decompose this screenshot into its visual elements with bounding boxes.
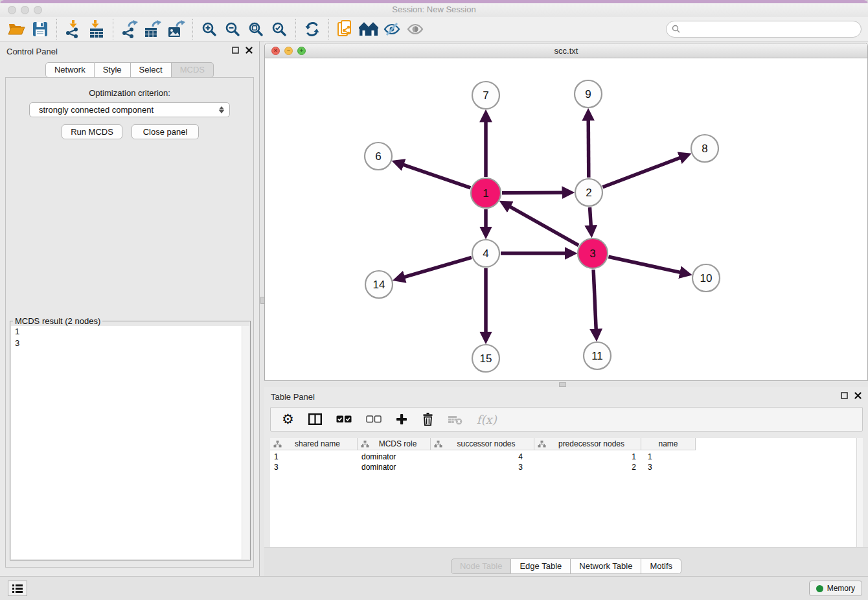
float-panel-icon[interactable] [232, 47, 239, 54]
toolbar-separator [56, 19, 57, 40]
zoom-in-icon[interactable] [198, 19, 221, 40]
add-column-icon[interactable] [396, 413, 407, 425]
tab-edge-table[interactable]: Edge Table [511, 559, 571, 574]
close-panel-icon[interactable] [246, 47, 253, 54]
graph-edge-2-9[interactable] [588, 117, 589, 178]
list-icon [12, 584, 23, 594]
app-window: Session: New Session [0, 0, 868, 600]
column-header-predecessor-nodes[interactable]: predecessor nodes [534, 438, 641, 450]
window-accent-strip [0, 0, 868, 3]
zoom-selected-icon[interactable] [268, 19, 291, 40]
control-panel-tabs: Network Style Select MCDS [0, 62, 259, 78]
table-toolbar: ⚙ f(x) [270, 407, 863, 432]
table-settings-icon[interactable]: ⚙ [282, 413, 294, 426]
tree-icon [273, 441, 282, 448]
import-network-icon[interactable] [62, 19, 85, 40]
search-field-wrap [666, 21, 862, 38]
zoom-out-icon[interactable] [221, 19, 244, 40]
export-image-icon[interactable] [165, 19, 188, 40]
network-window-titlebar: × − + scc.txt [265, 43, 867, 58]
tab-motifs[interactable]: Motifs [641, 559, 681, 574]
mcds-result-title: MCDS result (2 nodes) [13, 316, 102, 326]
graph-edge-3-1[interactable] [507, 205, 578, 246]
close-panel-icon[interactable] [854, 392, 862, 399]
tab-network[interactable]: Network [45, 62, 95, 78]
search-icon [672, 25, 680, 33]
table-cell: 1 [641, 452, 696, 463]
vertical-splitter[interactable] [260, 41, 264, 577]
network-canvas[interactable]: 7968124314101511 [265, 58, 867, 380]
table-cell: 1 [534, 452, 641, 463]
table-cell: 1 [270, 452, 358, 463]
tab-network-table[interactable]: Network Table [571, 559, 641, 574]
column-header-mcds-role[interactable]: MCDS role [358, 438, 431, 450]
mcds-result-scrollbar[interactable] [242, 326, 249, 559]
open-session-icon[interactable] [5, 19, 29, 40]
search-input[interactable] [666, 21, 862, 38]
show-hide-columns-icon[interactable] [308, 413, 322, 425]
column-header-shared-name[interactable]: shared name [270, 438, 358, 450]
run-mcds-button[interactable]: Run MCDS [62, 124, 122, 139]
table-cell: 3 [431, 463, 534, 473]
graph-edge-1-2[interactable] [502, 192, 565, 193]
new-network-from-selection-icon[interactable] [334, 19, 357, 40]
tab-select[interactable]: Select [131, 62, 172, 78]
table-row[interactable]: 1 dominator 4 1 1 [270, 452, 696, 463]
table-cell: dominator [358, 452, 431, 463]
graph-edge-3-10[interactable] [608, 257, 683, 273]
select-all-icon[interactable] [336, 415, 352, 423]
graph-edge-4-14[interactable] [402, 257, 472, 278]
save-session-icon[interactable] [29, 19, 52, 40]
control-panel-title: Control Panel [6, 47, 58, 56]
function-builder-icon[interactable]: f(x) [477, 413, 497, 426]
graph-edge-1-6[interactable] [400, 164, 470, 188]
delete-table-icon[interactable] [448, 414, 463, 425]
control-panel: Control Panel Network Style Select MCDS … [0, 41, 260, 577]
select-chevrons-icon [219, 106, 224, 113]
import-table-icon[interactable] [85, 19, 108, 40]
table-tabs: Node Table Edge Table Network Table Moti… [264, 559, 868, 574]
tree-icon [538, 441, 546, 448]
table-row[interactable]: 3 dominator 3 2 3 [270, 463, 696, 473]
close-panel-button[interactable]: Close panel [131, 124, 199, 139]
toolbar-separator [328, 19, 329, 40]
optimization-criterion-value: strongly connected component [39, 105, 154, 115]
mcds-panel: Optimization criterion: strongly connect… [5, 77, 254, 568]
export-network-icon[interactable] [118, 19, 141, 40]
mcds-result-line: 1 [11, 326, 249, 338]
toolbar-separator [192, 19, 193, 40]
hide-selected-icon[interactable] [380, 19, 404, 40]
optimization-criterion-select[interactable]: strongly connected component [29, 102, 230, 117]
table-scrollbar[interactable] [856, 438, 863, 548]
table-panel: Table Panel ⚙ [264, 387, 868, 577]
tab-mcds[interactable]: MCDS [172, 62, 214, 78]
tab-style[interactable]: Style [95, 62, 131, 78]
float-panel-icon[interactable] [841, 392, 848, 399]
toolbar-separator [113, 19, 113, 40]
unselect-all-icon[interactable] [366, 415, 382, 423]
memory-label: Memory [827, 584, 855, 593]
table-panel-title: Table Panel [271, 392, 315, 402]
graph-edge-2-3[interactable] [590, 207, 591, 229]
show-all-icon[interactable] [404, 19, 427, 40]
delete-column-icon[interactable] [422, 413, 434, 426]
column-header-name[interactable]: name [641, 438, 696, 450]
tab-node-table[interactable]: Node Table [451, 559, 512, 574]
first-neighbors-icon[interactable] [357, 19, 380, 40]
column-header-successor-nodes[interactable]: successor nodes [431, 438, 534, 450]
show-networks-list-button[interactable] [8, 581, 27, 596]
horizontal-splitter[interactable] [264, 381, 868, 387]
table-header-row: shared name MCDS role successor nodes pr… [270, 438, 696, 450]
mcds-result-text[interactable]: 1 3 [11, 326, 249, 559]
export-table-icon[interactable] [141, 19, 165, 40]
zoom-fit-icon[interactable] [244, 19, 268, 40]
apply-layout-icon[interactable] [301, 19, 324, 40]
graph-node-label: 1 [483, 187, 488, 200]
graph-edge-2-8[interactable] [603, 157, 683, 187]
graph-node-label: 2 [586, 187, 591, 199]
status-bar: Memory [0, 576, 868, 600]
memory-button[interactable]: Memory [809, 581, 862, 596]
titlebar: Session: New Session [0, 0, 868, 17]
graph-edge-3-11[interactable] [593, 270, 596, 332]
splitter-grip[interactable] [559, 382, 566, 387]
